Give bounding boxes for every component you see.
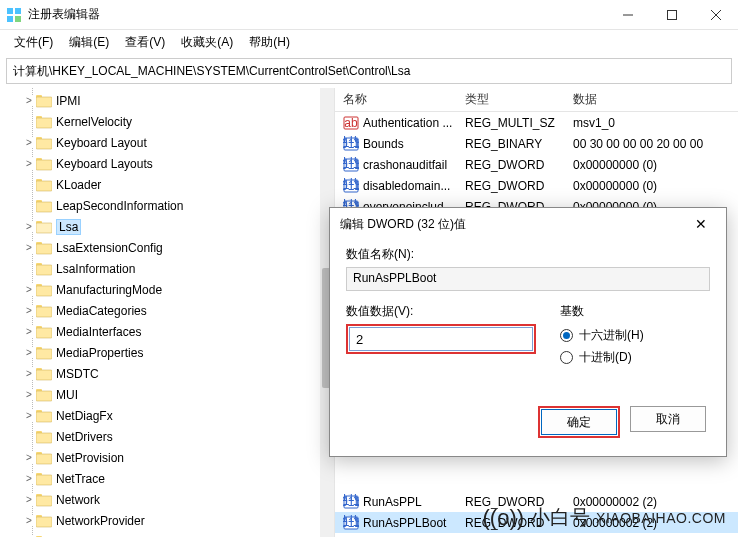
watermark: ((o)) 小白号 XIAOBAIHAO.COM [483,504,726,531]
value-data-input[interactable] [349,327,533,351]
tree-item-label: NetProvision [56,451,124,465]
tree-item-label: LsaInformation [56,262,135,276]
tree-item[interactable]: KernelVelocity [0,111,334,132]
dialog-close-button[interactable]: ✕ [686,216,716,232]
svg-text:011: 011 [343,495,359,509]
column-type[interactable]: 类型 [457,91,565,108]
tree-item[interactable]: >MediaInterfaces [0,321,334,342]
tree-view[interactable]: >IPMIKernelVelocity>Keyboard Layout>Keyb… [0,88,335,537]
svg-rect-41 [36,433,52,443]
edit-dword-dialog: 编辑 DWORD (32 位)值 ✕ 数值名称(N): RunAsPPLBoot… [329,207,727,457]
tree-item-label: KernelVelocity [56,115,132,129]
tree-item[interactable]: LeapSecondInformation [0,195,334,216]
minimize-button[interactable] [606,0,650,30]
tree-item-label: MediaInterfaces [56,325,141,339]
menu-help[interactable]: 帮助(H) [241,31,298,54]
expander-icon[interactable]: > [22,305,36,316]
address-bar[interactable]: 计算机\HKEY_LOCAL_MACHINE\SYSTEM\CurrentCon… [6,58,732,84]
expander-icon[interactable]: > [22,137,36,148]
ok-button-highlight: 确定 [538,406,620,438]
value-name: Bounds [363,137,404,151]
expander-icon[interactable]: > [22,242,36,253]
tree-item[interactable]: >NetDiagFx [0,405,334,426]
tree-item[interactable]: LsaInformation [0,258,334,279]
list-row[interactable]: 011 110110011crashonauditfailREG_DWORD0x… [335,154,738,175]
svg-rect-3 [15,16,21,22]
cancel-button[interactable]: 取消 [630,406,706,432]
list-row[interactable]: 011 110110011disabledomain...REG_DWORD0x… [335,175,738,196]
radio-hex[interactable]: 十六进制(H) [560,324,710,346]
tree-item[interactable]: >IPMI [0,90,334,111]
expander-icon[interactable]: > [22,326,36,337]
value-name: crashonauditfail [363,158,447,172]
list-row[interactable]: abAuthentication ...REG_MULTI_SZmsv1_0 [335,112,738,133]
svg-rect-9 [36,97,52,107]
tree-item-label: Lsa [56,219,81,235]
tree-item[interactable]: >MediaCategories [0,300,334,321]
ok-button[interactable]: 确定 [541,409,617,435]
tree-item[interactable]: >Lsa [0,216,334,237]
column-name[interactable]: 名称 [335,91,457,108]
expander-icon[interactable]: > [22,410,36,421]
close-button[interactable] [694,0,738,30]
expander-icon[interactable]: > [22,452,36,463]
tree-item[interactable]: >MSDTC [0,363,334,384]
radio-hex-dot [560,329,573,342]
expander-icon[interactable]: > [22,284,36,295]
tree-item-label: MediaCategories [56,304,147,318]
menu-view[interactable]: 查看(V) [117,31,173,54]
tree-item-label: MUI [56,388,78,402]
svg-rect-1 [15,8,21,14]
expander-icon[interactable]: > [22,221,36,232]
window-title: 注册表编辑器 [28,6,606,23]
svg-rect-35 [36,370,52,380]
tree-item[interactable]: >NetworkSetup2 [0,531,334,537]
tree-item[interactable]: >LsaExtensionConfig [0,237,334,258]
svg-rect-21 [36,223,52,233]
expander-icon[interactable]: > [22,473,36,484]
tree-item[interactable]: >MediaProperties [0,342,334,363]
value-data-highlight [346,324,536,354]
value-data: 0x00000000 (0) [565,158,738,172]
tree-item-label: LsaExtensionConfig [56,241,163,255]
expander-icon[interactable]: > [22,347,36,358]
list-row[interactable]: 011 110110011BoundsREG_BINARY00 30 00 00… [335,133,738,154]
tree-item[interactable]: >NetworkProvider [0,510,334,531]
tree-item[interactable]: >MUI [0,384,334,405]
svg-rect-11 [36,118,52,128]
expander-icon[interactable]: > [22,158,36,169]
tree-item[interactable]: >Keyboard Layout [0,132,334,153]
svg-rect-37 [36,391,52,401]
tree-item[interactable]: KLoader [0,174,334,195]
tree-item[interactable]: >NetTrace [0,468,334,489]
tree-item-label: Keyboard Layout [56,136,147,150]
tree-item-label: NetTrace [56,472,105,486]
expander-icon[interactable]: > [22,389,36,400]
expander-icon[interactable]: > [22,368,36,379]
tree-item[interactable]: >NetProvision [0,447,334,468]
radio-dec[interactable]: 十进制(D) [560,346,710,368]
maximize-button[interactable] [650,0,694,30]
tree-item[interactable]: >Keyboard Layouts [0,153,334,174]
tree-item[interactable]: >Network [0,489,334,510]
svg-rect-49 [36,517,52,527]
expander-icon[interactable]: > [22,515,36,526]
svg-rect-47 [36,496,52,506]
tree-item-label: IPMI [56,94,81,108]
menu-edit[interactable]: 编辑(E) [61,31,117,54]
column-data[interactable]: 数据 [565,91,738,108]
tree-item[interactable]: >ManufacturingMode [0,279,334,300]
value-name: Authentication ... [363,116,452,130]
dialog-titlebar: 编辑 DWORD (32 位)值 ✕ [330,208,726,240]
svg-rect-0 [7,8,13,14]
menu-favorites[interactable]: 收藏夹(A) [173,31,241,54]
tree-item[interactable]: NetDrivers [0,426,334,447]
menu-file[interactable]: 文件(F) [6,31,61,54]
expander-icon[interactable]: > [22,95,36,106]
tree-item-label: MSDTC [56,367,99,381]
expander-icon[interactable]: > [22,494,36,505]
value-name-label: 数值名称(N): [346,246,710,263]
svg-rect-31 [36,328,52,338]
svg-text:011: 011 [343,516,359,530]
value-type: REG_BINARY [457,137,565,151]
